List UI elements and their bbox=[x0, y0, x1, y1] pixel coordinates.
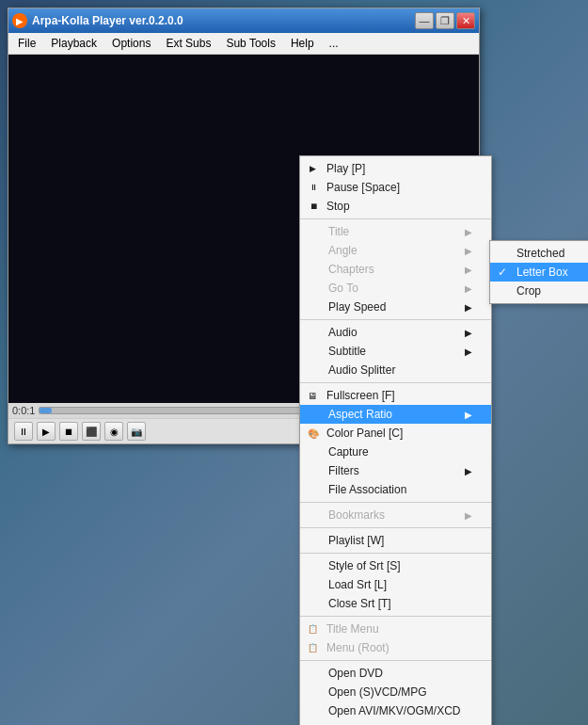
menu-help[interactable]: Help bbox=[285, 35, 320, 52]
cm-menu-root: 📋 Menu (Root) bbox=[300, 638, 491, 657]
cm-bookmarks: Bookmarks▶ bbox=[300, 506, 491, 524]
app-icon: ▶ bbox=[12, 13, 27, 28]
window-controls: — ❐ ✕ bbox=[415, 12, 475, 29]
play-button[interactable]: ▶ bbox=[37, 422, 56, 441]
separator-3 bbox=[300, 382, 491, 383]
cm-goto: Go To▶ bbox=[300, 279, 491, 298]
cm-playlist[interactable]: Playlist [W] bbox=[300, 531, 491, 550]
separator-2 bbox=[300, 319, 491, 320]
cm-close-srt[interactable]: Close Srt [T] bbox=[300, 594, 491, 613]
restore-button[interactable]: ❐ bbox=[436, 12, 454, 29]
cm-exit[interactable]: Exit [X] bbox=[300, 720, 491, 725]
cm-color-panel[interactable]: 🎨 Color Panel [C] bbox=[300, 424, 491, 443]
cm-pause[interactable]: ⏸ Pause [Space] bbox=[300, 178, 491, 197]
close-button[interactable]: ✕ bbox=[456, 12, 475, 29]
window-title: Arpa-Kolla Player ver.0.2.0.0 bbox=[32, 14, 415, 27]
cm-title: Title▶ bbox=[300, 222, 491, 241]
menu-bar: File Playback Options Ext Subs Sub Tools… bbox=[8, 33, 479, 55]
title-bar: ▶ Arpa-Kolla Player ver.0.2.0.0 — ❐ ✕ bbox=[8, 8, 479, 33]
cm-audio-splitter[interactable]: Audio Splitter bbox=[300, 361, 491, 379]
separator-6 bbox=[300, 553, 491, 554]
menu-more[interactable]: ... bbox=[324, 35, 344, 52]
cm-open-avi[interactable]: Open AVI/MKV/OGM/XCD bbox=[300, 701, 491, 720]
menu-playback[interactable]: Playback bbox=[45, 35, 103, 52]
menu-options[interactable]: Options bbox=[106, 35, 156, 52]
cm-play-speed[interactable]: Play Speed▶ bbox=[300, 298, 491, 316]
cm-file-association[interactable]: File Association bbox=[300, 480, 491, 499]
capture-button[interactable]: 📷 bbox=[127, 422, 146, 441]
aspect-ratio-submenu: Stretched ✓ Letter Box Crop bbox=[489, 240, 588, 304]
cm-play[interactable]: ▶ Play [P] bbox=[300, 159, 491, 178]
sm-letter-box[interactable]: ✓ Letter Box bbox=[490, 263, 588, 282]
menu-file[interactable]: File bbox=[12, 35, 41, 52]
minimize-button[interactable]: — bbox=[415, 12, 434, 29]
cm-open-dvd[interactable]: Open DVD bbox=[300, 664, 491, 683]
fullscreen-button[interactable]: ⬛ bbox=[82, 422, 101, 441]
stop-button[interactable]: ⏹ bbox=[59, 422, 78, 441]
time-current: 0:0:1 bbox=[12, 405, 35, 416]
cm-open-svcd[interactable]: Open (S)VCD/MPG bbox=[300, 683, 491, 701]
separator-4 bbox=[300, 502, 491, 503]
cm-subtitle[interactable]: Subtitle▶ bbox=[300, 342, 491, 361]
pause-button[interactable]: ⏸ bbox=[14, 422, 33, 441]
separator-7 bbox=[300, 616, 491, 617]
cm-title-menu: 📋 Title Menu bbox=[300, 620, 491, 638]
seekbar-fill bbox=[40, 408, 52, 413]
cm-aspect-ratio[interactable]: Aspect Ratio▶ bbox=[300, 405, 491, 424]
cm-style-srt[interactable]: Style of Srt [S] bbox=[300, 556, 491, 575]
separator-5 bbox=[300, 527, 491, 528]
cm-capture[interactable]: Capture bbox=[300, 443, 491, 461]
sm-stretched[interactable]: Stretched bbox=[490, 244, 588, 263]
cm-load-srt[interactable]: Load Srt [L] bbox=[300, 575, 491, 594]
separator-1 bbox=[300, 218, 491, 219]
cm-angle: Angle▶ bbox=[300, 241, 491, 260]
cm-stop[interactable]: ⏹ Stop bbox=[300, 197, 491, 216]
context-menu: ▶ Play [P] ⏸ Pause [Space] ⏹ Stop Title▶… bbox=[299, 155, 492, 725]
cm-filters[interactable]: Filters▶ bbox=[300, 461, 491, 480]
menu-ext-subs[interactable]: Ext Subs bbox=[160, 35, 216, 52]
separator-8 bbox=[300, 660, 491, 661]
cm-fullscreen[interactable]: 🖥 Fullscreen [F] bbox=[300, 386, 491, 405]
menu-sub-tools[interactable]: Sub Tools bbox=[220, 35, 280, 52]
sm-crop[interactable]: Crop bbox=[490, 282, 588, 300]
view-button[interactable]: ◉ bbox=[104, 422, 123, 441]
cm-audio[interactable]: Audio▶ bbox=[300, 323, 491, 342]
cm-chapters: Chapters▶ bbox=[300, 260, 491, 279]
